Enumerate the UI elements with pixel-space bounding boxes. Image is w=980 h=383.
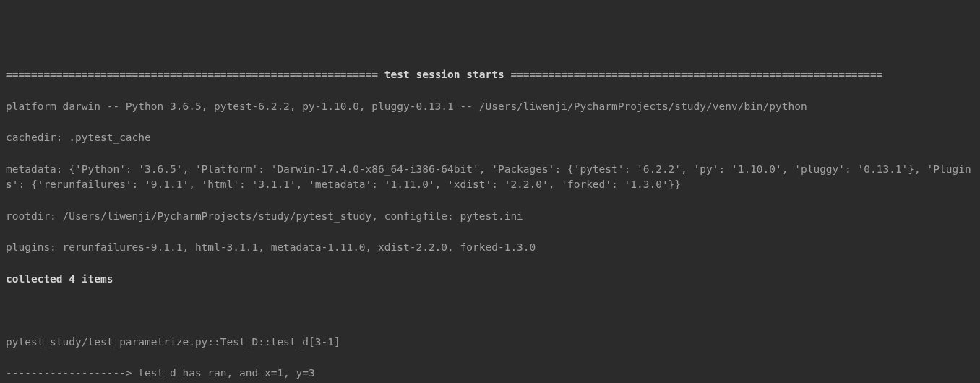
test-log: -------------------> test_d has ran, and… xyxy=(6,366,974,382)
rootdir-line: rootdir: /Users/liwenji/PycharmProjects/… xyxy=(6,209,974,225)
collected-line: collected 4 items xyxy=(6,272,974,288)
session-header: ========================================… xyxy=(6,67,974,83)
session-title: test session starts xyxy=(384,69,504,80)
rule-left: ========================================… xyxy=(6,69,384,80)
plugins-line: plugins: rerunfailures-9.1.1, html-3.1.1… xyxy=(6,240,974,256)
rule-right: ========================================… xyxy=(504,69,883,80)
blank-line xyxy=(6,303,974,319)
metadata-line: metadata: {'Python': '3.6.5', 'Platform'… xyxy=(6,162,974,194)
cachedir-line: cachedir: .pytest_cache xyxy=(6,130,974,146)
platform-line: platform darwin -- Python 3.6.5, pytest-… xyxy=(6,99,974,115)
test-id: pytest_study/test_parametrize.py::Test_D… xyxy=(6,335,974,350)
